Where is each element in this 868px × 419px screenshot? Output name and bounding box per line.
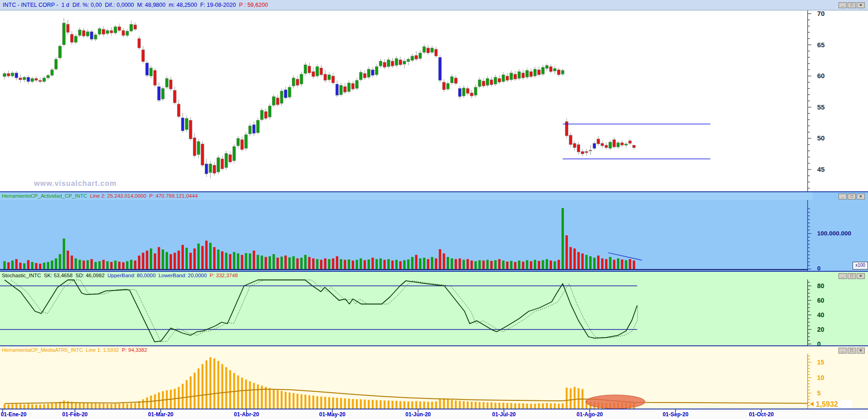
volume-bar [106,261,108,269]
atr-bar [269,388,271,409]
volume-bar [11,260,14,269]
atr-bar [344,399,346,409]
volume-bar [170,254,172,269]
volume-bar [360,259,362,269]
volume-bar [617,259,619,269]
atr-bar [530,404,532,409]
volume-bar [542,260,544,269]
volume-bar [375,259,378,269]
atr-bar [103,404,104,409]
volume-bar [407,259,409,269]
stoch-axis-label: 20 [817,326,824,333]
volume-bar [83,260,85,269]
volume-bar [292,256,295,269]
atr-bar [538,403,540,409]
candle-body [205,164,208,174]
volume-bar [90,259,93,269]
volume-bar [285,255,287,269]
instrument-title-bar: INTC - INTEL CORP - 1 d Dif. %: 0,00 Dif… [0,0,868,10]
volume-bar [328,259,330,269]
candle-body [538,70,541,75]
volume-bar [320,260,322,269]
activity-pane-close-button[interactable]: × [857,194,865,200]
candle-body [434,49,438,56]
volume-bar [130,260,132,269]
candle-body [383,62,386,67]
candle-body [23,77,26,80]
volume-bar [162,249,164,269]
candle-body [193,138,196,156]
candle-body [217,158,220,172]
atr-current-value: 1,5932 [814,400,852,409]
candle-body [605,145,608,147]
atr-bar [526,404,528,409]
atr-bar [360,399,362,409]
volume-bar [27,260,30,269]
atr-pane-minimize-button[interactable]: _ [838,348,847,354]
stochastic-pane-header: Stochastic_INTC SK: 53,4658 SD: 46,0982 … [0,272,813,279]
atr-bar [257,384,259,409]
stochastic-pane-close-button[interactable]: × [857,273,865,279]
atr-bar [340,398,342,409]
atr-bar [43,404,45,409]
atr-pane-maximize-button[interactable]: □ [848,348,856,354]
volume-bar [166,252,168,269]
candle-body [209,164,212,173]
activity-pane-minimize-button[interactable]: _ [838,194,847,200]
date-axis-label: 01-May-20 [315,411,350,418]
atr-current-value-arrow-icon [810,402,814,406]
volume-bar [79,260,81,269]
atr-bar [471,402,473,409]
atr-bar [197,369,199,409]
atr-bar [348,399,350,409]
price-pane-background [0,10,868,191]
volume-bar [186,248,188,269]
volume-bar [352,260,354,269]
volume-bar [423,258,425,269]
atr-bar [321,396,322,409]
atr-bar [285,392,286,409]
candle-body [201,144,204,165]
atr-bar [281,391,282,409]
activity-pane-maximize-button[interactable]: □ [848,194,856,200]
stochastic-pane-minimize-button[interactable]: _ [838,273,847,279]
price-pane-close-button[interactable]: × [857,2,865,8]
volume-bar [256,255,259,269]
atr-bar [273,389,275,409]
stochastic-pane-maximize-button[interactable]: □ [848,273,856,279]
atr-bar [391,401,393,409]
date-axis-label: 01-Jul-20 [487,411,521,418]
candle-body [411,56,414,60]
candle-body [423,47,426,52]
candle-body [308,66,311,73]
candle-body [621,143,624,145]
candle-body [173,90,177,103]
activity-pane-window-controls: _□× [838,194,865,200]
candle-body [407,59,410,61]
price-pane-minimize-button[interactable]: _ [838,2,847,8]
volume-bar [233,252,235,269]
candle-body [363,74,366,78]
volume-bar [585,255,587,269]
volume-bar [336,256,338,269]
stochastic-pane-window-controls: _□× [838,273,865,279]
atr-bar [15,404,17,409]
atr-pane-close-button[interactable]: × [857,348,865,354]
volume-bar [19,263,21,269]
volume-bar [197,244,200,269]
stochastic-bands-values: UpperBand: 80,0000 LowerBand: 20,0000 [108,273,210,278]
volume-bar [431,257,433,269]
candle-body [189,120,192,139]
volume-bar [245,253,247,269]
volume-bar [296,259,299,269]
candle-body [335,84,339,95]
atr-bar [324,397,326,409]
candle-body [589,150,592,151]
vol-pane-background [0,192,868,271]
date-axis-label: 01-Ago-20 [572,411,607,418]
volume-bar [31,262,33,269]
price-pane-maximize-button[interactable]: □ [848,2,856,8]
atr-bar [110,404,112,409]
atr-bar [503,403,504,409]
candle-body [162,89,165,99]
